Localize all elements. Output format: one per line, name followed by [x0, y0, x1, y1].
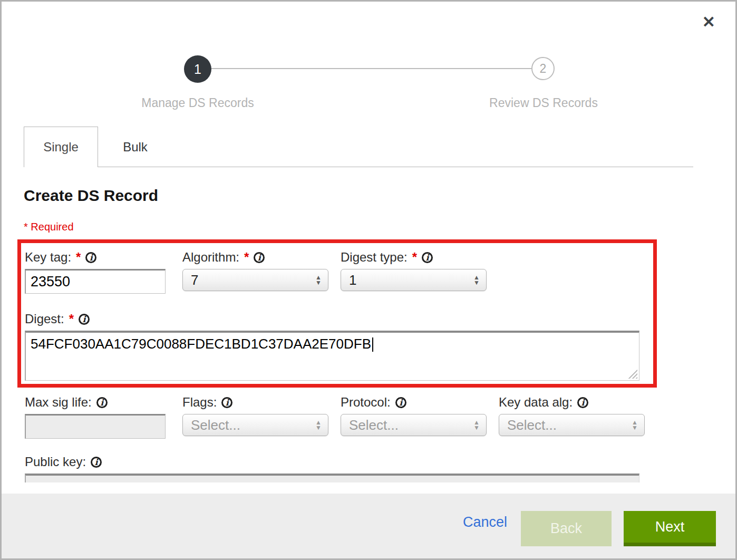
info-icon[interactable]: i: [96, 397, 108, 408]
stepper-step-1-number: 1: [194, 62, 201, 77]
key-tag-label: Key tag: * i: [25, 249, 166, 265]
stepper-step-1: 1: [184, 55, 211, 83]
close-icon[interactable]: ✕: [702, 14, 715, 30]
required-asterisk: *: [244, 250, 249, 265]
digest-field-group: Digest: * i 54FCF030AA1C79C0088FDEC1BD1C…: [25, 311, 639, 381]
required-asterisk: *: [412, 250, 417, 265]
select-arrows-icon: ▲▼: [632, 420, 638, 430]
protocol-field-group: Protocol: i Select... ▲▼: [341, 394, 487, 436]
key-tag-field-group: Key tag: * i 23550: [25, 249, 166, 294]
required-asterisk: *: [76, 250, 81, 265]
max-sig-life-label: Max sig life: i: [25, 394, 166, 410]
digest-type-select[interactable]: 1 ▲▼: [341, 269, 487, 291]
required-asterisk: *: [69, 312, 74, 326]
select-arrows-icon: ▲▼: [473, 420, 480, 430]
key-data-alg-field-group: Key data alg: i Select... ▲▼: [499, 394, 645, 436]
info-icon[interactable]: i: [221, 397, 232, 408]
info-icon[interactable]: i: [577, 397, 588, 408]
stepper-step-2-label: Review DS Records: [449, 96, 638, 110]
digest-label: Digest: * i: [25, 311, 639, 327]
info-icon[interactable]: i: [79, 314, 90, 325]
stepper-step-1-label: Manage DS Records: [103, 96, 293, 110]
next-button[interactable]: Next: [624, 511, 716, 546]
dialog-footer: Cancel Back Next: [2, 494, 735, 558]
info-icon[interactable]: i: [91, 457, 102, 468]
algorithm-field-group: Algorithm: * i 7 ▲▼: [182, 249, 328, 291]
resize-grip-icon[interactable]: [628, 369, 637, 379]
public-key-textarea[interactable]: [25, 474, 639, 482]
highlighted-required-fields-box: Key tag: * i 23550 Algorithm: * i 7 ▲▼: [17, 239, 657, 388]
info-icon[interactable]: i: [254, 252, 265, 263]
key-data-alg-select[interactable]: Select... ▲▼: [499, 414, 645, 436]
page-title: Create DS Record: [24, 187, 158, 205]
flags-field-group: Flags: i Select... ▲▼: [182, 394, 328, 436]
public-key-field-group: Public key: i: [25, 454, 102, 474]
text-cursor: [372, 337, 373, 352]
select-arrows-icon: ▲▼: [315, 420, 322, 430]
info-icon[interactable]: i: [422, 252, 433, 263]
required-note: * Required: [24, 221, 74, 233]
algorithm-label: Algorithm: * i: [182, 249, 328, 265]
stepper-step-2-number: 2: [540, 62, 547, 76]
select-arrows-icon: ▲▼: [315, 275, 322, 285]
tab-single[interactable]: Single: [24, 127, 98, 167]
stepper-connector: [198, 68, 544, 69]
stepper-step-2: 2: [531, 57, 555, 80]
back-button[interactable]: Back: [521, 511, 612, 546]
max-sig-life-field-group: Max sig life: i: [25, 394, 166, 439]
cancel-button[interactable]: Cancel: [463, 514, 507, 530]
digest-type-label: Digest type: * i: [341, 249, 487, 265]
algorithm-select[interactable]: 7 ▲▼: [182, 269, 328, 291]
flags-select[interactable]: Select... ▲▼: [182, 414, 328, 436]
key-data-alg-label: Key data alg: i: [499, 394, 645, 410]
tab-bulk[interactable]: Bulk: [98, 127, 172, 167]
info-icon[interactable]: i: [85, 252, 96, 263]
digest-type-field-group: Digest type: * i 1 ▲▼: [341, 249, 487, 291]
digest-textarea[interactable]: 54FCF030AA1C79C0088FDEC1BD1C37DAA2E70DFB: [25, 331, 639, 381]
protocol-label: Protocol: i: [341, 394, 487, 410]
select-arrows-icon: ▲▼: [473, 275, 480, 285]
info-icon[interactable]: i: [395, 397, 406, 408]
protocol-select[interactable]: Select... ▲▼: [341, 414, 487, 436]
max-sig-life-input[interactable]: [25, 414, 166, 439]
key-tag-input[interactable]: 23550: [25, 269, 166, 294]
public-key-label: Public key: i: [25, 454, 102, 470]
flags-label: Flags: i: [182, 394, 328, 410]
create-ds-record-dialog: ✕ 1 2 Manage DS Records Review DS Record…: [0, 0, 737, 560]
